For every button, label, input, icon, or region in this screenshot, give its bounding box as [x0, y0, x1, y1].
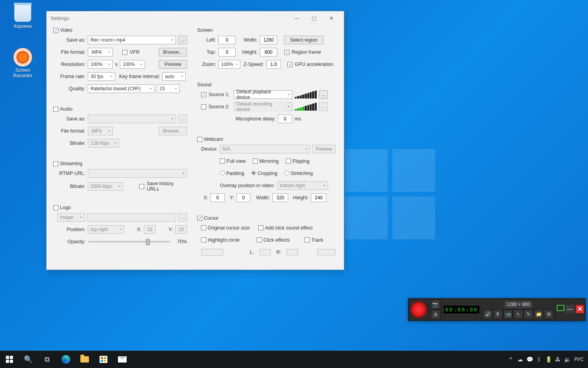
open-folder-button[interactable]: 📁	[534, 310, 543, 319]
padding-radio[interactable]	[220, 171, 225, 175]
mirroring-checkbox[interactable]	[253, 158, 258, 164]
source2-checkbox[interactable]	[201, 104, 206, 109]
mic-delay-field[interactable]	[278, 115, 292, 123]
original-size-checkbox[interactable]	[201, 225, 206, 230]
vfr-checkbox[interactable]	[122, 50, 127, 55]
tray-overflow[interactable]: ^	[506, 355, 515, 364]
video-format-label: File format:	[57, 49, 85, 55]
mic-toggle[interactable]: 🎙	[493, 310, 503, 319]
video-saveas-field[interactable]: Rec <num>.mp4	[88, 36, 176, 44]
speaker-toggle[interactable]: 🔊	[483, 310, 492, 319]
cropping-radio[interactable]	[251, 171, 256, 175]
webcam-height-field[interactable]	[311, 193, 327, 202]
minimize-button[interactable]: —	[288, 13, 305, 24]
source1-select[interactable]: Default playback device	[234, 90, 292, 99]
keyframe-label: Key frame interval:	[119, 74, 160, 79]
region-indicator-icon[interactable]	[557, 305, 564, 311]
start-button[interactable]	[0, 351, 19, 368]
screen-left-label: Left:	[201, 37, 216, 43]
source2-more-button: ...	[319, 102, 328, 111]
taskbar-edge[interactable]	[56, 351, 75, 368]
cursor-toggle[interactable]: ↖	[514, 310, 523, 319]
screenshot-button[interactable]: 📷	[431, 300, 440, 309]
video-browse-button[interactable]: Browse...	[159, 48, 187, 56]
overlay-select: bottom-right	[277, 181, 328, 190]
logo-enable-checkbox[interactable]	[53, 205, 58, 210]
toolbar-minimize-button[interactable]: —	[566, 305, 574, 313]
highlight-checkbox[interactable]	[201, 237, 206, 242]
dimensions-badge: 1280 × 800	[503, 300, 534, 309]
quality-value-select[interactable]: 23	[157, 84, 180, 93]
flipping-checkbox[interactable]	[286, 158, 291, 164]
framerate-select[interactable]: 30 fps	[88, 72, 115, 81]
video-saveas-browse-button[interactable]: ...	[178, 36, 187, 44]
zoom-label: Zoom:	[201, 62, 216, 67]
recorder-toolbar[interactable]: 📷 ⏸ 00:00:00 1280 × 800 🔊 🎙 📹 ↖ ✎ 📁 ⚙ — …	[408, 298, 586, 321]
track-checkbox[interactable]	[305, 237, 310, 242]
taskbar-mail[interactable]	[113, 351, 132, 368]
resolution-height-select[interactable]: 100%	[120, 60, 145, 69]
streaming-enable-checkbox[interactable]	[53, 161, 58, 166]
logo-type-select: Image	[57, 213, 85, 222]
region-frame-label: Region frame	[292, 49, 321, 55]
keyframe-select[interactable]: auto	[162, 72, 186, 81]
audio-enable-checkbox[interactable]	[53, 107, 58, 112]
source1-checkbox[interactable]	[201, 92, 206, 97]
webcam-toggle[interactable]: 📹	[503, 310, 513, 319]
quality-mode-select[interactable]: Ratefactor-based (CRF)	[88, 84, 154, 93]
task-view-button[interactable]: ⧉	[38, 351, 56, 368]
history-urls-checkbox[interactable]	[139, 184, 144, 189]
edge-icon	[62, 355, 70, 364]
webcam-x-field[interactable]	[211, 193, 225, 202]
click-effects-checkbox[interactable]	[257, 237, 262, 242]
rtmp-field	[88, 169, 187, 178]
streaming-bitrate-label: Bitrate:	[57, 184, 85, 189]
video-format-select[interactable]: .MP4	[88, 48, 113, 56]
tray-bluetooth-icon[interactable]: ᛒ	[535, 355, 543, 364]
cursor-enable-checkbox[interactable]	[197, 216, 202, 221]
webcam-enable-checkbox[interactable]	[197, 137, 202, 142]
titlebar[interactable]: Settings — ▢ ✕	[47, 11, 344, 25]
gpu-checkbox[interactable]	[287, 62, 292, 67]
click-sound-checkbox[interactable]	[258, 225, 263, 230]
zoom-select[interactable]: 100%	[218, 60, 240, 69]
tray-volume-icon[interactable]: 🔉	[563, 355, 572, 364]
record-button[interactable]	[411, 302, 426, 317]
video-preview-button[interactable]: Preview	[159, 60, 187, 69]
select-region-button[interactable]: Select region	[284, 36, 323, 44]
close-button[interactable]: ✕	[323, 13, 340, 24]
desktop-icon-screen-recorder[interactable]: Screen Recorder	[7, 48, 38, 78]
pause-button[interactable]: ⏸	[431, 310, 440, 319]
taskbar-explorer[interactable]	[75, 351, 94, 368]
opacity-slider[interactable]	[88, 241, 171, 242]
region-frame-checkbox[interactable]	[284, 50, 289, 55]
screen-height-field[interactable]	[260, 48, 277, 56]
screen-recorder-icon	[15, 49, 31, 65]
tray-network-icon[interactable]: 🖧	[554, 355, 562, 364]
fullview-checkbox[interactable]	[220, 158, 225, 164]
video-enable-checkbox[interactable]	[53, 28, 58, 33]
toolbar-close-button[interactable]: ✕	[575, 305, 584, 313]
tray-meet-icon[interactable]: 💬	[525, 355, 534, 364]
toolbar-settings-button[interactable]: ⚙	[544, 310, 554, 319]
desktop-icon-recycle-bin[interactable]: Корзина	[7, 5, 38, 29]
screen-left-field[interactable]	[218, 36, 236, 44]
time-counter: 00:00:00	[443, 305, 480, 314]
tray-onedrive-icon[interactable]: ☁	[516, 355, 524, 364]
webcam-width-field[interactable]	[272, 193, 288, 202]
stretching-radio[interactable]	[285, 171, 289, 175]
source2-select: Default recording device	[234, 102, 292, 111]
resolution-width-select[interactable]: 100%	[88, 60, 113, 69]
webcam-y-field[interactable]	[236, 193, 250, 202]
screen-height-label: Height:	[238, 49, 258, 55]
search-button[interactable]: 🔍	[19, 351, 38, 368]
maximize-button[interactable]: ▢	[305, 13, 323, 24]
tray-language[interactable]: РУС	[572, 355, 586, 364]
screen-width-field[interactable]	[260, 36, 277, 44]
draw-toggle[interactable]: ✎	[524, 310, 533, 319]
screen-top-field[interactable]	[218, 48, 236, 56]
zspeed-field[interactable]	[266, 60, 281, 69]
taskbar-store[interactable]	[94, 351, 113, 368]
source1-more-button[interactable]: ...	[319, 90, 328, 99]
tray-battery-icon[interactable]: 🔋	[544, 355, 553, 364]
